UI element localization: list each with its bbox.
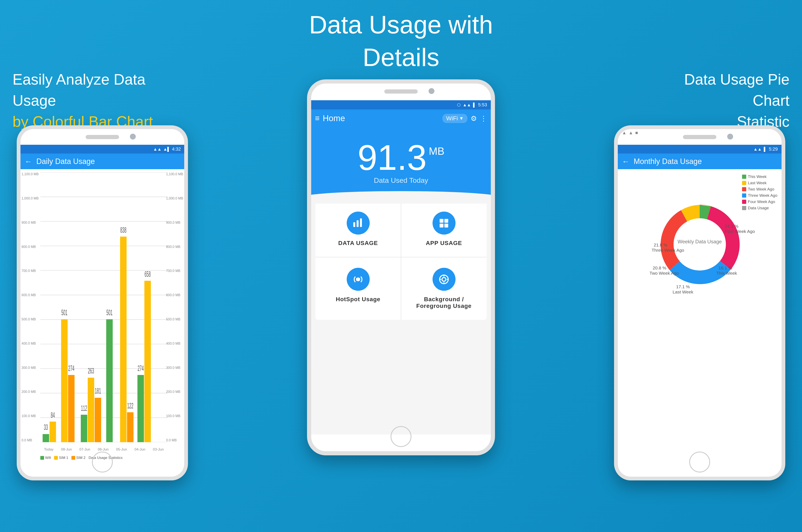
svg-text:122: 122: [127, 401, 133, 410]
phone-left-speaker: [85, 135, 119, 139]
svg-text:84: 84: [51, 411, 55, 419]
x-label-07jun: 07-Jun: [79, 448, 90, 452]
svg-rect-42: [444, 224, 448, 227]
legend-three-week-label: Three Week Ago: [748, 193, 777, 198]
right-battery-icon: ▌: [764, 147, 767, 152]
legend-sim1: SIM 1: [54, 456, 68, 460]
svg-text:501: 501: [106, 308, 113, 317]
y-label-1000: 1,000.0 MB: [21, 196, 39, 200]
legend-four-week: Four Week Ago: [742, 200, 777, 204]
right-app-bar: ← Monthly Data Usage: [618, 153, 782, 169]
svg-text:181: 181: [95, 386, 101, 395]
this-week-pct: 16.1 %: [719, 265, 732, 270]
ry-label-500: 500.0 MB: [166, 318, 183, 321]
svg-text:274: 274: [68, 364, 75, 373]
x-label-05jun: 05-Jun: [116, 448, 127, 452]
y-label-800: 800.0 MB: [21, 245, 39, 249]
svg-rect-22: [88, 378, 94, 442]
phone-center-home-btn[interactable]: [390, 426, 412, 447]
legend-this-week-label: This Week: [748, 174, 766, 179]
background-usage-icon: [433, 268, 456, 291]
svg-text:501: 501: [61, 308, 68, 317]
data-value-display: 91.3 MB: [316, 140, 486, 175]
more-icon[interactable]: ⋮: [480, 114, 487, 122]
y-label-100: 100.0 MB: [21, 414, 39, 418]
phone-right-home-btn[interactable]: [689, 452, 710, 473]
hotspot-button[interactable]: HotSpot Usage: [316, 257, 401, 320]
svg-rect-26: [106, 319, 113, 442]
center-signal-icon: ▌: [473, 102, 476, 107]
svg-rect-38: [360, 218, 362, 227]
y-label-300: 300.0 MB: [21, 366, 39, 370]
legend-last-week: Last Week: [742, 181, 777, 185]
svg-rect-20: [81, 415, 87, 442]
legend-wifi-label: Wifi: [45, 456, 51, 460]
background-usage-label: Background /Foregroung Usage: [405, 296, 482, 309]
y-label-900: 900.0 MB: [21, 221, 39, 225]
two-week-name: Two Week Ago: [650, 271, 679, 276]
settings-icon[interactable]: ⚙: [471, 114, 477, 122]
ry-label-600: 600.0 MB: [166, 293, 183, 297]
svg-text:112: 112: [81, 403, 87, 412]
center-wifi-icon: ▲▲: [463, 102, 471, 107]
legend-sim1-label: SIM 1: [59, 456, 68, 460]
left-wifi-icon: ▲▌: [163, 147, 170, 152]
right-screen-title: Monthly Data Usage: [634, 157, 777, 166]
phone-left-home-btn[interactable]: [92, 452, 113, 473]
hamburger-icon[interactable]: ≡: [315, 114, 320, 123]
ry-label-800: 800.0 MB: [166, 245, 183, 249]
right-back-arrow[interactable]: ←: [622, 157, 629, 166]
svg-text:838: 838: [120, 225, 127, 234]
y-label-200: 200.0 MB: [21, 390, 39, 394]
data-usage-label: DATA USAGE: [320, 240, 397, 246]
legend-four-week-dot: [742, 200, 746, 204]
x-label-today: Today: [44, 448, 54, 452]
svg-rect-34: [144, 281, 151, 442]
left-app-bar: ← Daily Data Usage: [20, 153, 184, 169]
center-home-title: Home: [323, 114, 439, 123]
legend-wifi: Wifi: [40, 456, 51, 460]
legend-sim2-label: SIM 2: [76, 456, 85, 460]
app-usage-button[interactable]: APP USAGE: [401, 201, 486, 257]
y-label-700: 700.0 MB: [21, 269, 39, 273]
donut-center-label: Weekly Data Usage: [677, 239, 722, 244]
x-axis-labels: Today 08-Jun 07-Jun 06-Jun 05-Jun 04-Jun…: [40, 448, 168, 452]
phone-center-screen: ⬡ ▲▲ ▌ 5:53 ≡ Home WiFi ▼ ⚙ ⋮ 91.3 MB Da…: [311, 100, 491, 435]
legend-last-week-label: Last Week: [748, 181, 766, 185]
legend-sim1-dot: [54, 456, 58, 460]
left-back-arrow[interactable]: ←: [25, 157, 32, 166]
y-label-500: 500.0 MB: [21, 318, 39, 321]
ry-label-900: 900.0 MB: [166, 221, 183, 225]
x-label-06jun: 06-Jun: [98, 448, 109, 452]
wifi-badge[interactable]: WiFi ▼: [442, 114, 467, 123]
wave-decoration: [311, 191, 491, 204]
svg-rect-40: [444, 219, 448, 223]
donut-chart-svg: Weekly Data Usage 24.1 % Four Week Ago 2…: [641, 186, 758, 303]
left-status-bar: ▲▲ ▲▌ 4:32: [20, 145, 184, 153]
phone-right-screen: ▲▲ ▌ 5:29 ← Monthly Data Usage This Week…: [618, 145, 782, 461]
ry-label-100: 100.0 MB: [166, 414, 183, 418]
right-status-bar: ▲▲ ▌ 5:29: [618, 145, 782, 153]
data-usage-button[interactable]: DATA USAGE: [316, 201, 401, 257]
data-number: 91.3: [358, 140, 427, 175]
svg-rect-12: [43, 434, 49, 442]
svg-rect-32: [137, 375, 144, 442]
three-week-name: Three Week Ago: [652, 248, 684, 252]
legend-this-week: This Week: [742, 174, 777, 179]
left-screen-title: Daily Data Usage: [36, 157, 180, 166]
legend-two-week-dot: [742, 187, 746, 191]
ry-label-400: 400.0 MB: [166, 342, 183, 345]
hotspot-icon: [347, 268, 370, 291]
legend-data-usage: Data Usage: [742, 206, 777, 210]
phone-left-camera: [130, 134, 136, 139]
legend-three-week-dot: [742, 193, 746, 197]
left-y-axis: 0.0 MB 100.0 MB 200.0 MB 300.0 MB 400.0 …: [21, 172, 39, 442]
svg-rect-37: [357, 220, 359, 227]
x-label-08jun: 08-Jun: [61, 448, 72, 452]
page-header-title: Data Usage with Details: [309, 8, 493, 74]
legend-sim2-dot: [72, 456, 75, 460]
background-usage-button[interactable]: Background /Foregroung Usage: [401, 257, 486, 320]
y-label-1100: 1,100.0 MB: [21, 172, 39, 176]
data-unit: MB: [429, 146, 444, 156]
bar-chart-svg: 33 84 501 274 112 263 181 501: [40, 172, 168, 442]
